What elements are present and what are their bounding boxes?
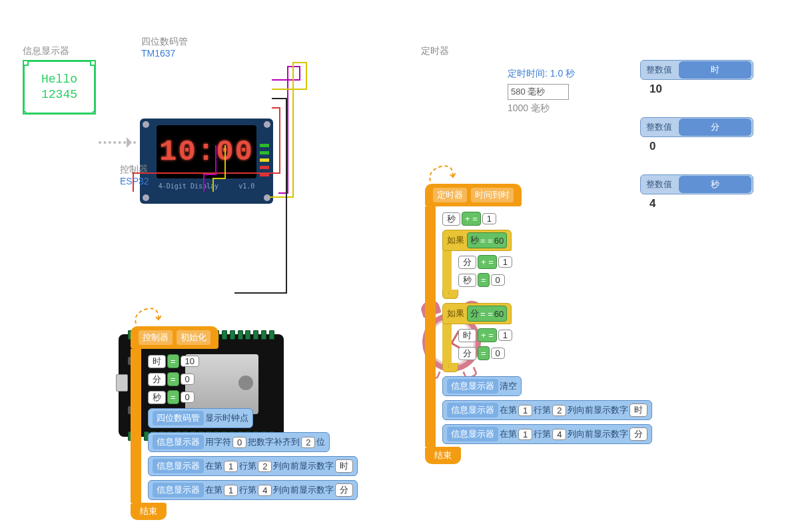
assign-stmt[interactable]: 秒 = 0 — [148, 390, 195, 404]
info-print-stmt[interactable]: 信息显示器 在第 1 行第 2 列向前显示数字 时 — [442, 400, 652, 420]
monitor-minute: 整数值 分 0 — [640, 117, 753, 160]
tm1637-title: 四位数码管 — [141, 36, 188, 48]
tm1637-screen: 10:00 — [157, 125, 256, 178]
assign-stmt[interactable]: 分 + = 1 — [458, 255, 512, 269]
assign-stmt[interactable]: 秒 = 0 — [458, 273, 505, 287]
controller-title: 控制器 — [120, 164, 148, 176]
info-print-stmt[interactable]: 信息显示器 在第 1 行第 2 列向前显示数字 时 — [148, 456, 358, 476]
info-clear-stmt[interactable]: 信息显示器 清空 — [442, 376, 522, 396]
esp32-usb-port — [116, 374, 128, 392]
assign-stmt[interactable]: 时 = 10 — [148, 354, 199, 368]
assign-stmt[interactable]: 秒 + = 1 — [442, 212, 496, 226]
timer-title: 定时器 — [421, 45, 449, 57]
info-print-stmt[interactable]: 信息显示器 在第 1 行第 4 列向前显示数字 分 — [148, 480, 358, 500]
timer-duration-label: 定时时间: 1.0 秒 — [508, 68, 575, 80]
event-end: 结束 — [425, 447, 461, 464]
timer-elapsed-input[interactable] — [508, 84, 569, 100]
lcd-line2: 12345 — [41, 87, 77, 103]
tm1637-model: TM1637 — [141, 48, 175, 59]
timer-event-block[interactable]: 定时器 时间到时 秒 + = 1 如果 秒 = = 60 分 + = — [425, 184, 656, 464]
event-hat[interactable]: 定时器 时间到时 — [425, 184, 522, 206]
monitor-label: 整数值 — [641, 61, 677, 79]
data-flow-arrow-icon — [99, 141, 136, 145]
assign-stmt[interactable]: 时 + = 1 — [458, 328, 512, 342]
assign-stmt[interactable]: 分 = 0 — [148, 372, 195, 386]
monitor-hour-value: 10 — [649, 83, 753, 96]
tm1637-show-colon-stmt[interactable]: 四位数码管 显示时钟点 — [148, 408, 253, 428]
monitor-label: 整数值 — [641, 119, 677, 136]
info-display-lcd: Hello 12345 — [23, 60, 96, 115]
tm1637-footer-right: v1.0 — [238, 182, 254, 190]
if-end — [442, 290, 458, 299]
loop-arrow-icon — [426, 164, 456, 184]
event-subject: 定时器 — [433, 188, 467, 202]
event-trigger: 初始化 — [177, 330, 210, 345]
info-print-stmt[interactable]: 信息显示器 在第 1 行第 4 列向前显示数字 分 — [442, 424, 652, 444]
event-end: 结束 — [131, 503, 167, 520]
loop-arrow-icon — [132, 306, 161, 326]
info-display-title: 信息显示器 — [23, 45, 69, 57]
monitor-second: 整数值 秒 4 — [640, 174, 753, 217]
info-pad-stmt[interactable]: 信息显示器 用字符 0 把数字补齐到 2 位 — [148, 432, 330, 452]
lcd-line1: Hello — [41, 72, 77, 87]
if-block[interactable]: 如果 秒 = = 60 分 + = 1 秒 = 0 — [442, 230, 515, 299]
controller-init-block[interactable]: 控制器 初始化 时 = 10 分 = 0 秒 = 0 四位数码管 显示时钟点 信… — [131, 326, 362, 520]
monitor-var: 分 — [679, 119, 751, 136]
assign-stmt[interactable]: 分 = 0 — [458, 346, 505, 360]
event-hat[interactable]: 控制器 初始化 — [131, 326, 218, 349]
tm1637-module: 10:00 4-Digit Display v1.0 — [140, 119, 273, 204]
monitor-var: 秒 — [679, 176, 751, 193]
event-trigger: 时间到时 — [471, 188, 514, 202]
tm1637-pins — [260, 144, 269, 176]
controller-model: ESP32 — [120, 176, 149, 186]
tm1637-footer-left: 4-Digit Display — [159, 182, 218, 190]
if-end — [442, 363, 458, 372]
timer-interval-label: 1000 毫秒 — [508, 103, 550, 115]
monitor-second-value: 4 — [649, 197, 753, 210]
monitor-hour: 整数值 时 10 — [640, 60, 753, 103]
event-subject: 控制器 — [139, 330, 173, 345]
monitor-var: 时 — [679, 61, 751, 79]
if-block[interactable]: 如果 分 = = 60 时 + = 1 分 = 0 — [442, 303, 515, 372]
monitor-minute-value: 0 — [649, 140, 753, 153]
